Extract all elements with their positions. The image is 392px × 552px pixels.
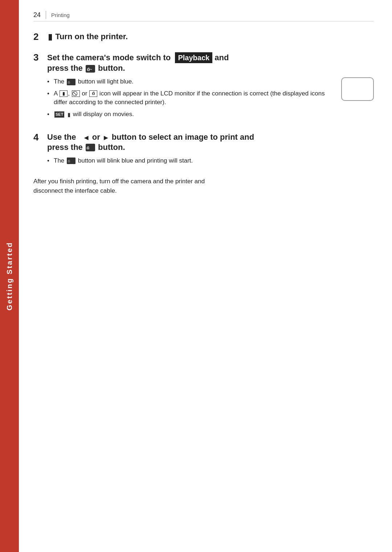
step-2-header: 2 ▮ Turn on the printer. xyxy=(33,32,374,42)
page-header: 24 Printing xyxy=(33,11,374,21)
bullet-3: • SET ▮ will display on movies. xyxy=(47,110,334,119)
step-2: 2 ▮ Turn on the printer. xyxy=(33,32,374,42)
step-4-header: 4 Use the ◄ or ► button to select an ima… xyxy=(33,132,374,153)
arrow-right-icon: ► xyxy=(102,133,110,142)
after-text: After you finish printing, turn off the … xyxy=(33,177,374,195)
step-3-text: Set the camera's mode switch to Playback… xyxy=(47,52,229,74)
step-4-bullets: • The ⎙ button will blink blue and print… xyxy=(47,156,374,168)
step-3-button: button. xyxy=(98,64,125,73)
step-4-use: Use the xyxy=(47,132,76,142)
arrow-left-icon: ◄ xyxy=(83,133,90,142)
svg-text:⎙~: ⎙~ xyxy=(87,67,92,71)
bullets-list: • The ⎙ button will light blue. • A xyxy=(47,77,334,122)
set-icon: SET xyxy=(54,111,64,118)
camera-preview-box xyxy=(341,77,374,101)
svg-text:⎙: ⎙ xyxy=(87,146,89,150)
print-btn-icon-small: ⎙ xyxy=(67,79,75,85)
sidebar: Getting Started xyxy=(0,0,19,552)
playback-highlight: Playback xyxy=(175,52,212,63)
page-divider xyxy=(46,11,46,19)
step-3: 3 Set the camera's mode switch to Playba… xyxy=(33,52,374,122)
step-3-header: 3 Set the camera's mode switch to Playba… xyxy=(33,52,374,74)
main-content: 24 Printing 2 ▮ Turn on the printer. 3 S… xyxy=(19,0,392,210)
step-4-or: or xyxy=(92,132,102,142)
step-4-number: 4 xyxy=(33,132,44,143)
step-4-press: press the xyxy=(47,143,85,152)
step-3-bullets: • The ⎙ button will light blue. • A xyxy=(47,77,374,122)
print-btn-step4: ⎙ xyxy=(86,144,95,151)
bullet-1: • The ⎙ button will light blue. xyxy=(47,77,334,86)
film-icon: ▮ xyxy=(60,90,68,97)
step-3-press: press the xyxy=(47,64,85,73)
step-2-text: ▮ Turn on the printer. xyxy=(47,32,128,42)
step-4-text: Use the ◄ or ► button to select an image… xyxy=(47,132,254,153)
bullet-1-content: The ⎙ button will light blue. xyxy=(54,77,334,86)
bullet-2-content: A ▮, ⃠ or ⎙ icon will appear in the LCD … xyxy=(54,89,334,107)
step-4-bullet: • The ⎙ button will blink blue and print… xyxy=(47,156,193,165)
prohibition-icon: ⃠ xyxy=(72,90,80,97)
step-2-number: 2 xyxy=(33,32,44,42)
step-4-btn-text: button to select an image to print and xyxy=(112,132,254,142)
after-line1: After you finish printing, turn off the … xyxy=(33,178,205,185)
movie-icon: ▮ xyxy=(68,111,70,119)
printer-icon: ⎙ xyxy=(89,90,97,97)
step-3-and: and xyxy=(212,53,229,62)
sidebar-label: Getting Started xyxy=(5,242,14,310)
print-button-icon: ⎙~ xyxy=(86,65,95,72)
step-4-bullet-content: The ⎙ button will blink blue and printin… xyxy=(54,156,193,165)
step-3-number: 3 xyxy=(33,52,44,63)
bullet-2: • A ▮, ⃠ or ⎙ icon will appear in the LC… xyxy=(47,89,334,107)
page-number: 24 xyxy=(33,11,41,19)
step-4-button-label: button. xyxy=(98,143,125,152)
print-btn-step4-inline: ⎙ xyxy=(67,158,75,164)
printer-power-icon: ▮ xyxy=(48,32,52,42)
after-line2: disconnect the interface cable. xyxy=(33,187,117,194)
step-4: 4 Use the ◄ or ► button to select an ima… xyxy=(33,132,374,168)
step-3-intro: Set the camera's mode switch to xyxy=(47,53,171,62)
page-title: Printing xyxy=(51,12,70,18)
bullet-3-content: SET ▮ will display on movies. xyxy=(54,110,334,119)
